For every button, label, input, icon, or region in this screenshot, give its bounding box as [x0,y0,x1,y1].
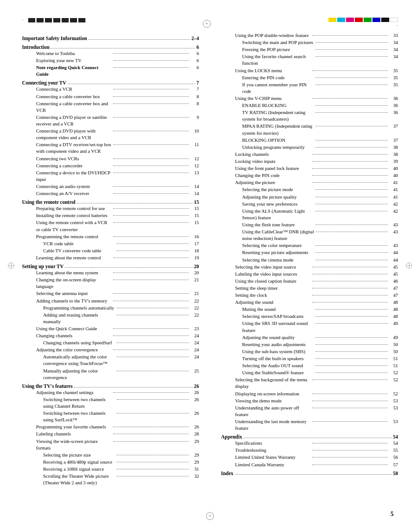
toc-blocking-opt-label: BLOCKING OPTION [242,137,314,144]
toc-osd-info-page: 52 [389,391,398,397]
toc-quickguide-label: Using the Quick Connect Guide [36,325,112,332]
toc-forgot-pin-label: If you cannot remember your PIN code [242,81,314,95]
toc-locks-menu: Using the LOCKS menu 35 [221,67,398,74]
toc-ca-warranty-dots [312,465,388,465]
section-appendix-page: 54 [393,434,398,439]
toc-reset-pic-label: Resetting your picture adjustments [242,249,314,256]
toc-vcr-label: Connecting a VCR [36,86,112,92]
toc-ch-settings: Adjusting the channel settings 26 [22,389,199,396]
toc-flesh-tone-dots [316,225,388,225]
toc-sbs: Using the sub-bass system (SBS) 50 [221,348,398,355]
toc-1080i-label: Receiving a 1080i signal source [43,466,115,472]
toc-specs-dots [312,443,388,443]
toc-muting: Muting the sound 48 [221,306,398,313]
toc-osd-lang-dots [113,280,189,280]
left-column: Important Safety Information 2–4 Introdu… [22,32,203,487]
color-bar-black [381,18,389,22]
toc-reset-audio-dots [316,344,388,345]
toc-touchfocus: Automatically adjusting the color conver… [22,354,199,367]
toc-change-pin-dots [312,175,388,176]
toc-quickconnect-dots [113,67,189,68]
toc-vcr-code-label: VCR code table [43,240,115,247]
toc-us-warranty-dots [312,457,388,457]
toc-remote-vcr-page: 15 [190,219,199,226]
toc-adj-pic-qual-page: 41 [389,194,398,200]
toc-reset-pic-page: 44 [389,249,398,256]
bottom-crosshair-icon [206,512,214,520]
black-bar-4 [53,18,60,22]
toc-blocking-opt-dots [316,140,388,140]
toc-dvdsat-label: Connecting a DVD player or satellite rec… [36,114,112,127]
dots-index [235,469,391,475]
right-column: Using the POP double-window feature 33 S… [217,32,398,487]
toc-pic-size-page: 29 [190,452,199,458]
color-bar-cyan [337,18,345,22]
toc-remote-vcr-dots [113,222,189,223]
right-reg-circle [406,262,412,269]
section-important-safety: Important Safety Information 2–4 [22,36,199,41]
right-reg-mark [406,262,412,269]
toc-pic-mode: Selecting the picture mode 41 [221,186,398,193]
toc-enable-block-dots [316,105,388,106]
toc-forgot-pin-page: 35 [389,81,398,88]
toc-change-ch-label: Changing channels [36,332,112,339]
black-bar-5 [62,18,69,22]
black-bars-left [28,18,85,22]
toc-adj-picture-dots [312,182,388,183]
toc-quickguide-page: 23 [190,325,199,332]
toc-demo-mode-page: 53 [389,398,398,404]
toc-specs-label: Specifications [235,440,311,446]
section-important-safety-label: Important Safety Information [22,36,87,41]
toc-unlock-temp-label: Unlocking programs temporarily [242,144,314,151]
toc-cinema-mode: Selecting the cinema mode 44 [221,257,398,263]
toc-sbs-dots [316,351,388,352]
section-remote-page: 15 [194,199,199,205]
black-bar-6 [70,18,77,22]
toc-channel-return: Switching between two channels using Cha… [22,396,199,409]
color-bars [328,18,398,22]
toc-reset-audio-label: Resetting your audio adjustments [242,341,314,348]
page-number: 5 [391,511,394,518]
corner-l-mark: ⌐ [22,18,25,22]
toc-stablesound-page: 52 [389,369,398,376]
toc-program-remote: Programming the remote control 16 [22,233,199,240]
toc-manual-conv-dots [117,371,189,371]
toc-cinema-mode-dots [316,260,388,260]
toc-closed-caption-page: 46 [389,278,398,284]
black-bar-1 [28,18,35,22]
toc-freeze-pop-label: Freezing the POP picture [242,46,314,53]
toc-fav-channels-dots [113,427,189,427]
toc-cableclear-dots [316,232,388,232]
toc-unlock-temp-page: 38 [389,144,398,151]
toc-add-erase-page: 22 [190,312,199,318]
toc-widescreen: Viewing the wide-screen picture formats … [22,438,199,451]
black-bar-2 [37,18,44,22]
toc-lock-video: Locking video inputs 39 [221,158,398,165]
toc-sleep-timer-dots [312,288,388,288]
toc-touchfocus-label: Automatically adjusting the color conver… [43,354,115,367]
toc-dvdsat-dots [113,117,189,118]
toc-menu-system-page: 20 [190,269,199,276]
toc-specs-page: 54 [389,440,398,446]
toc-blocking-opt-page: 37 [389,137,398,144]
toc-front-panel-lock-page: 40 [389,165,398,172]
toc-specs: Specifications 54 [221,440,398,446]
left-reg-mark [8,262,14,269]
section-connecting-page: 7 [196,80,199,85]
section-appendix-label: Appendix [221,434,242,439]
toc-prepare-remote-dots [113,208,189,209]
toc-switch-pop-dots [316,42,388,43]
toc-adj-picture: Adjusting the picture 41 [221,179,398,186]
toc-cableclear-page: 43 [389,229,398,235]
toc-color-conv-page: 24 [190,347,199,353]
section-index-label: Index [221,471,233,476]
toc-add-erase-dots [117,315,189,315]
toc-1080i-dots [117,469,189,469]
toc-quickconnect: Note regarding Quick Connect Guide 6 [22,64,199,77]
section-index-page: 58 [393,471,398,476]
toc-demo-mode-label: Viewing the demo mode [235,398,311,404]
toc-adj-pic-qual-dots [316,197,388,197]
toc-dtv: Connecting a DTV receiver/set-top box wi… [22,141,199,155]
toc-enter-pin-label: Entering the PIN code [242,74,314,81]
toc-camcorder-page: 12 [190,162,199,169]
